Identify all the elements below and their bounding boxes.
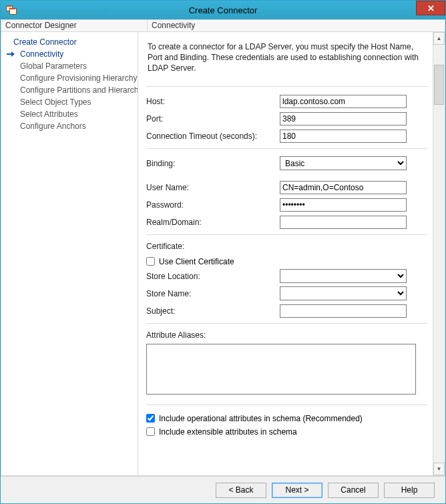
- chevron-up-icon: ▲: [437, 35, 442, 41]
- scroll-up-button[interactable]: ▲: [433, 32, 445, 45]
- help-button[interactable]: Help: [384, 483, 435, 498]
- use-client-certificate-label: Use Client Certificate: [159, 257, 234, 266]
- attribute-aliases-textarea[interactable]: [146, 344, 416, 395]
- sidebar-item-select-object-types[interactable]: Select Object Types: [1, 96, 138, 108]
- include-operational-label: Include operational attributes in schema…: [159, 414, 363, 423]
- timeout-label: Connection Timeout (seconds):: [146, 132, 280, 141]
- divider: [146, 234, 427, 235]
- binding-label: Binding:: [146, 159, 280, 168]
- next-button[interactable]: Next >: [272, 483, 322, 498]
- subject-label: Subject:: [146, 306, 280, 316]
- password-input[interactable]: [280, 198, 407, 212]
- realm-input[interactable]: [280, 216, 407, 229]
- left-column-header: Connector Designer: [1, 20, 147, 32]
- port-label: Port:: [146, 114, 280, 123]
- username-label: User Name:: [146, 183, 280, 192]
- timeout-input[interactable]: [280, 130, 407, 143]
- host-label: Host:: [146, 97, 280, 106]
- sidebar-item-connectivity[interactable]: Connectivity: [1, 48, 138, 60]
- sidebar-item-configure-provisioning-hierarchy[interactable]: Configure Provisioning Hierarchy: [1, 72, 138, 84]
- attribute-aliases-label: Attribute Aliases:: [146, 330, 427, 340]
- sidebar-item-label: Select Object Types: [20, 97, 91, 107]
- divider: [146, 86, 427, 87]
- right-column-header: Connectivity: [147, 20, 445, 32]
- use-client-certificate-checkbox[interactable]: [146, 257, 155, 266]
- footer: < Back Next > Cancel Help: [1, 476, 445, 503]
- close-icon: ✕: [427, 3, 435, 13]
- sidebar-item-configure-anchors[interactable]: Configure Anchors: [1, 120, 138, 132]
- store-name-select[interactable]: [280, 286, 407, 300]
- sidebar-item-label: Select Attributes: [20, 109, 78, 119]
- titlebar: Create Connector ✕: [1, 1, 445, 19]
- sidebar: Create Connector Connectivity Global Par…: [1, 32, 138, 476]
- window-title: Create Connector: [1, 5, 445, 15]
- chevron-down-icon: ▼: [437, 466, 442, 472]
- binding-select[interactable]: Basic: [280, 156, 407, 170]
- sidebar-item-configure-partitions-hierarchies[interactable]: Configure Partitions and Hierarchies: [1, 84, 138, 96]
- store-location-select[interactable]: [280, 269, 407, 283]
- subject-input[interactable]: [280, 304, 407, 318]
- sidebar-item-label: Global Parameters: [20, 61, 87, 71]
- include-extensible-label: Include extensible attributes in schema: [159, 427, 297, 437]
- sidebar-item-select-attributes[interactable]: Select Attributes: [1, 108, 138, 120]
- include-extensible-checkbox[interactable]: [146, 427, 155, 436]
- store-location-label: Store Location:: [146, 272, 280, 281]
- sidebar-item-label: Connectivity: [20, 49, 63, 59]
- scroll-track[interactable]: [434, 45, 444, 463]
- include-operational-checkbox[interactable]: [146, 414, 155, 423]
- back-button[interactable]: < Back: [216, 483, 266, 498]
- vertical-scrollbar[interactable]: ▲ ▼: [433, 32, 445, 475]
- divider: [146, 405, 427, 405]
- sidebar-item-global-parameters[interactable]: Global Parameters: [1, 60, 138, 72]
- host-input[interactable]: [280, 95, 407, 108]
- password-label: Password:: [146, 200, 280, 210]
- close-button[interactable]: ✕: [416, 1, 445, 15]
- scroll-thumb[interactable]: [434, 65, 444, 105]
- realm-label: Realm/Domain:: [146, 218, 280, 227]
- sidebar-item-label: Create Connector: [13, 37, 77, 47]
- divider: [146, 323, 427, 324]
- store-name-label: Store Name:: [146, 289, 280, 298]
- sidebar-item-label: Configure Provisioning Hierarchy: [20, 73, 137, 83]
- cancel-button[interactable]: Cancel: [328, 483, 379, 498]
- sidebar-item-create-connector[interactable]: Create Connector: [1, 36, 138, 48]
- port-input[interactable]: [280, 112, 407, 125]
- scroll-down-button[interactable]: ▼: [433, 463, 445, 475]
- column-headers: Connector Designer Connectivity: [1, 19, 445, 32]
- divider: [146, 148, 427, 149]
- window: Create Connector ✕ Connector Designer Co…: [0, 0, 446, 504]
- main-panel: To create a connector for a LDAP Server,…: [138, 32, 433, 475]
- sidebar-item-label: Configure Anchors: [20, 121, 86, 131]
- certificate-section-label: Certificate:: [146, 242, 427, 251]
- username-input[interactable]: [280, 181, 407, 194]
- sidebar-item-label: Configure Partitions and Hierarchies: [20, 85, 138, 95]
- intro-text: To create a connector for a LDAP Server,…: [146, 39, 427, 82]
- arrow-right-icon: [7, 51, 15, 57]
